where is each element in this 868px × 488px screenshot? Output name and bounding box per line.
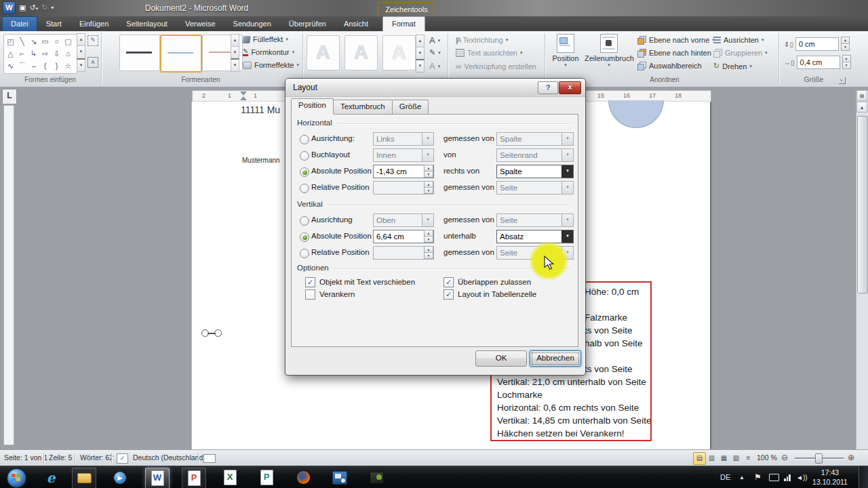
radio-relative-position-v[interactable] [300,249,309,258]
wordart-style-1[interactable]: A [307,35,340,70]
shape-height-field[interactable]: 0 cm [795,37,839,51]
gallery-down-icon[interactable]: ▼ [77,45,85,58]
shape-icon[interactable]: ⇩ [51,47,62,60]
drehen-button[interactable]: ↻ Drehen▾ [713,62,752,70]
view-draft-icon[interactable]: ≡ [742,452,755,465]
chevron-down-icon[interactable]: ▼ [561,165,573,178]
gallery-up-icon[interactable]: ▲ [416,35,425,47]
chevron-down-icon[interactable]: ▼ [561,133,573,145]
cancel-button[interactable]: Abbrechen [530,350,581,367]
step-down-icon[interactable]: ▼ [424,171,433,178]
ruler-toggle-icon[interactable]: ▤ [856,90,867,101]
zoom-slider-handle[interactable] [815,453,823,464]
gallery-up-icon[interactable]: ▲ [231,34,239,47]
combo-rechts-von-spalte[interactable]: Spalte▼ [496,165,574,178]
combo-h-gemessen-von-2[interactable]: Seite▼ [496,181,574,195]
shape-icon[interactable]: ⌒ [16,60,28,72]
taskbar-powerpoint-icon[interactable]: P [182,468,206,488]
dialog-title-bar[interactable]: Layout ? x [285,79,585,97]
combo-v-ausrichtung[interactable]: Oben▼ [373,214,434,227]
combo-h-ausrichtung[interactable]: Links▼ [373,132,434,146]
tab-sendungen[interactable]: Sendungen [224,17,280,31]
auswahlbereich-button[interactable]: Auswahlbereich [637,62,702,70]
status-page[interactable]: Seite: 1 von 1 [4,450,47,466]
textbox-button[interactable]: A [87,57,98,68]
tray-action-center-icon[interactable]: ⚑ [754,466,762,488]
position-button[interactable]: Position ▾ [549,34,582,76]
checkbox-objekt-mit-text[interactable]: ✓ [305,277,315,287]
dialog-tab-groesse[interactable]: Größe [392,100,429,115]
spinner-absolute-h[interactable]: -1,43 cm▲▼ [373,165,434,178]
tray-expand-icon[interactable]: ▲ [739,466,745,488]
gallery-more-icon[interactable]: ▼ [416,59,425,73]
formkontur-button[interactable]: ✎ Formkontur▾ [243,48,294,56]
shape-gallery[interactable]: ◰╲↘▭○▢△⌐↳⇨⇩⌂∿⌒⌣{}☆ [3,34,77,74]
step-down-icon[interactable]: ▼ [424,252,433,259]
style-gallery-scroll[interactable]: ▲▼▼ [231,35,239,71]
hanging-indent-marker[interactable] [240,96,247,100]
gruppieren-button[interactable]: Gruppieren▾ [713,49,768,57]
radio-ausrichtung-h[interactable] [300,135,309,144]
checkbox-ueberlappen[interactable]: ✓ [443,277,454,287]
taskbar-screenrecorder-icon[interactable] [328,468,351,487]
gallery-more-icon[interactable]: ▼ [77,58,85,72]
dialog-tab-textumbruch[interactable]: Textumbruch [333,100,393,115]
width-stepper[interactable]: ▲▼ [842,56,851,69]
checkbox-layout-tabellenzelle[interactable]: ✓ [443,289,454,300]
step-down-icon[interactable]: ▼ [842,62,851,69]
zoom-level[interactable]: 100 % [757,450,777,466]
text-ausrichten-button[interactable]: Text ausrichten▾ [456,49,523,57]
tab-format[interactable]: Format [382,16,425,31]
tab-datei[interactable]: Datei [2,16,37,31]
view-fullscreen-icon[interactable]: ▥ [705,452,718,465]
shape-icon[interactable]: △ [5,47,16,60]
radio-absolute-position-v[interactable] [300,232,309,242]
spinner-absolute-v[interactable]: 6,64 cm▲▼ [373,230,434,243]
shape-gallery-scroll[interactable]: ▲▼▼ [77,34,85,72]
zoom-out-icon[interactable]: ⊖ [781,453,788,462]
step-down-icon[interactable]: ▼ [424,236,433,243]
shape-icon[interactable]: ◰ [5,35,16,47]
tab-seitenlayout[interactable]: Seitenlayout [117,17,176,31]
view-outline-icon[interactable]: ▧ [730,452,743,465]
first-line-indent-marker[interactable] [240,92,247,96]
tab-einfuegen[interactable]: Einfügen [71,17,117,31]
circle-shape[interactable] [608,100,664,128]
combo-v-gemessen-von-1[interactable]: Seite▼ [496,214,574,227]
radio-relative-position-h[interactable] [300,184,309,193]
gallery-up-icon[interactable]: ▲ [77,33,85,46]
shape-icon[interactable]: ↳ [28,47,39,60]
dialog-tab-position[interactable]: Position [291,98,334,115]
combo-h-gemessen-von-1[interactable]: Spalte▼ [496,132,574,146]
keyboard-icon[interactable] [203,454,216,463]
show-desktop-button[interactable] [859,466,868,488]
shape-icon[interactable]: ○ [51,35,62,47]
zoom-slider[interactable] [795,458,844,460]
gallery-more-icon[interactable]: ▼ [231,58,239,72]
step-down-icon[interactable]: ▼ [424,187,433,194]
wordart-style-2[interactable]: A [344,35,378,70]
height-stepper[interactable]: ▲▼ [841,37,850,51]
radio-ausrichtung-v[interactable] [300,216,309,226]
radio-absolute-position-h[interactable] [300,167,309,177]
tray-monitor-icon[interactable] [769,474,779,481]
status-line[interactable]: Zeile: 5 [49,450,72,466]
wordart-gallery-scroll[interactable]: ▲▼▼ [416,35,425,69]
tray-network-icon[interactable] [784,474,791,481]
selected-line-shape[interactable] [201,329,222,338]
tab-ueberpruefen[interactable]: Überprüfen [280,17,335,31]
taskbar-camera-icon[interactable] [365,468,388,487]
tab-stop-selector[interactable]: L [2,89,17,104]
chevron-down-icon[interactable]: ▼ [561,214,573,226]
taskbar-explorer-icon[interactable] [72,468,96,488]
tab-start[interactable]: Start [37,17,71,31]
shape-icon[interactable]: ☆ [62,60,74,72]
verknuepfung-button[interactable]: ∞ Verknüpfung erstellen [456,62,536,71]
scrollbar-thumb[interactable] [857,116,868,293]
checkbox-verankern[interactable] [305,289,315,300]
spinner-relative-h[interactable]: ▲▼ [373,181,434,195]
fuelleffekt-button[interactable]: Fülleffekt▾ [243,35,288,43]
taskbar-ie-icon[interactable]: e [39,468,62,487]
tab-ansicht[interactable]: Ansicht [335,17,377,31]
text-fill-button[interactable]: A▾ [429,35,440,45]
